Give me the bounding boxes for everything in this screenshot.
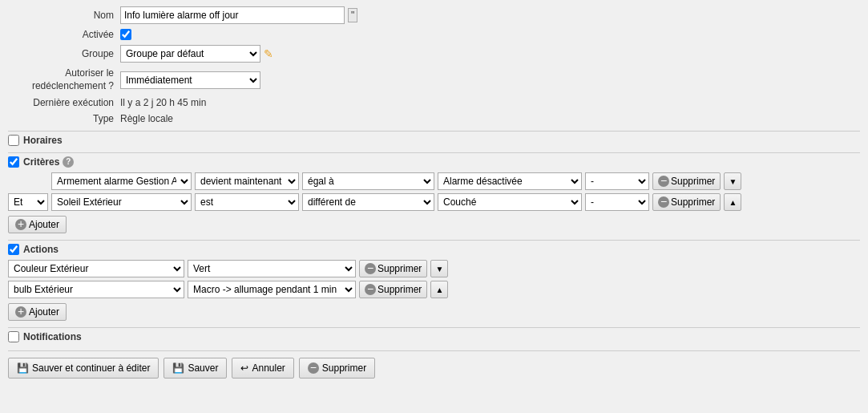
autoriser-help-icon[interactable]: ? — [108, 80, 114, 91]
actions-label: Actions — [23, 244, 59, 255]
type-row: Type Règle locale — [8, 113, 860, 124]
action-arrow-up-2: ▲ — [435, 285, 443, 294]
save-continue-icon: 💾 — [17, 362, 29, 374]
criteria-remove-btn-1[interactable]: − Supprimer — [652, 172, 721, 190]
criteria-extra-2[interactable]: - — [585, 193, 649, 211]
delete-button[interactable]: − Supprimer — [299, 358, 375, 379]
actions-add-btn[interactable]: + Ajouter — [8, 303, 67, 321]
action-supprimer-1: Supprimer — [377, 263, 422, 274]
horaires-section: Horaires — [8, 131, 860, 146]
type-label: Type — [8, 113, 120, 124]
criteria-add-btn[interactable]: + Ajouter — [8, 216, 67, 233]
action-value-2[interactable]: Macro -> allumage pendant 1 min — [188, 281, 356, 298]
footer: 💾 Sauver et continuer à éditer 💾 Sauver … — [8, 350, 860, 379]
actions-add-label: Ajouter — [29, 306, 59, 318]
supprimer-label-2: Supprimer — [671, 196, 715, 208]
criteria-operator-1[interactable]: égal à — [302, 172, 434, 190]
activee-row: Activée — [8, 29, 860, 40]
notifications-checkbox[interactable] — [8, 331, 19, 342]
horaires-label: Horaires — [23, 135, 63, 146]
criteria-row-2: Et Soleil Extérieur est différent de Cou… — [8, 193, 860, 211]
action-remove-btn-2[interactable]: − Supprimer — [359, 281, 427, 298]
action-remove-icon-1: − — [365, 263, 376, 274]
criteria-becomes-1[interactable]: devient maintenant — [195, 172, 299, 190]
cancel-icon: ↩ — [240, 362, 248, 374]
action-row-2: bulb Extérieur Macro -> allumage pendant… — [8, 281, 860, 298]
save-button[interactable]: 💾 Sauver — [164, 358, 227, 379]
groupe-edit-icon[interactable]: ✎ — [264, 47, 273, 60]
criteria-value-2[interactable]: Couché — [438, 193, 582, 211]
action-move-down-1[interactable]: ▼ — [430, 260, 448, 277]
nom-input[interactable] — [120, 6, 345, 24]
type-value: Règle locale — [120, 113, 173, 124]
groupe-select[interactable]: Groupe par défaut — [120, 45, 260, 63]
activee-checkbox[interactable] — [120, 29, 131, 40]
remove-circle-icon-1: − — [658, 176, 669, 187]
criteria-add-label: Ajouter — [29, 219, 59, 230]
actions-plus-icon: + — [15, 306, 26, 318]
save-icon: 💾 — [172, 362, 184, 374]
action-value-1[interactable]: Vert — [188, 260, 356, 277]
criteres-section: Critères ? — [8, 152, 860, 168]
notifications-section: Notifications — [8, 327, 860, 342]
nom-icon: " — [348, 8, 357, 22]
save-continue-label: Sauver et continuer à éditer — [32, 362, 150, 374]
derniere-value: Il y a 2 j 20 h 45 min — [120, 97, 206, 108]
action-move-up-2[interactable]: ▲ — [430, 281, 448, 298]
delete-icon: − — [308, 362, 319, 374]
derniere-label: Dernière exécution — [8, 97, 120, 108]
nom-label: Nom — [8, 10, 120, 21]
supprimer-label-1: Supprimer — [671, 176, 715, 187]
nom-row: Nom " — [8, 6, 860, 24]
save-label: Sauver — [188, 362, 218, 374]
action-remove-btn-1[interactable]: − Supprimer — [359, 260, 427, 277]
actions-section: Actions — [8, 240, 860, 255]
action-device-2[interactable]: bulb Extérieur — [8, 281, 184, 298]
autoriser-label: Autoriser le redéclenchement ? — [8, 67, 120, 92]
actions-checkbox[interactable] — [8, 244, 19, 255]
cancel-button[interactable]: ↩ Annuler — [232, 358, 293, 379]
criteria-device-2[interactable]: Soleil Extérieur — [51, 193, 192, 211]
criteria-add-row: + Ajouter — [8, 214, 860, 233]
action-remove-icon-2: − — [365, 284, 376, 295]
main-container: Nom " Activée Groupe Groupe par défaut ✎… — [0, 0, 868, 413]
groupe-row: Groupe Groupe par défaut ✎ — [8, 45, 860, 63]
cancel-label: Annuler — [252, 362, 285, 374]
groupe-label: Groupe — [8, 48, 120, 59]
arrow-up-icon-2: ▲ — [729, 198, 737, 207]
save-continue-button[interactable]: 💾 Sauver et continuer à éditer — [8, 358, 159, 379]
criteria-row-1: Armement alarme Gestion Alarme devient m… — [8, 172, 860, 190]
delete-label: Supprimer — [322, 362, 366, 374]
action-row-1: Couleur Extérieur Vert − Supprimer ▼ — [8, 260, 860, 277]
criteria-extra-1[interactable]: - — [585, 172, 649, 190]
plus-circle-icon: + — [15, 219, 26, 230]
criteria-becomes-2[interactable]: est — [195, 193, 299, 211]
autoriser-row: Autoriser le redéclenchement ? Immédiate… — [8, 67, 860, 92]
criteres-label: Critères — [23, 156, 59, 168]
remove-circle-icon-2: − — [658, 196, 669, 208]
horaires-checkbox[interactable] — [8, 135, 19, 146]
derniere-row: Dernière exécution Il y a 2 j 20 h 45 mi… — [8, 97, 860, 108]
criteria-remove-btn-2[interactable]: − Supprimer — [652, 193, 721, 211]
criteres-help-icon[interactable]: ? — [63, 156, 74, 168]
action-arrow-down-1: ▼ — [435, 265, 443, 273]
criteria-value-1[interactable]: Alarme désactivée — [438, 172, 582, 190]
criteria-move-down-1[interactable]: ▼ — [724, 172, 741, 190]
criteres-checkbox[interactable] — [8, 156, 19, 168]
criteria-operator-2[interactable]: différent de — [302, 193, 434, 211]
notifications-label: Notifications — [23, 331, 82, 342]
action-supprimer-2: Supprimer — [377, 284, 422, 295]
activee-label: Activée — [8, 29, 120, 40]
criteria-connector-2[interactable]: Et — [8, 193, 48, 211]
criteria-move-up-2[interactable]: ▲ — [724, 193, 741, 211]
actions-add-row: + Ajouter — [8, 302, 860, 321]
action-device-1[interactable]: Couleur Extérieur — [8, 260, 184, 277]
arrow-down-icon-1: ▼ — [729, 177, 737, 186]
autoriser-select[interactable]: Immédiatement — [120, 71, 260, 89]
criteria-device-1[interactable]: Armement alarme Gestion Alarme — [51, 172, 192, 190]
